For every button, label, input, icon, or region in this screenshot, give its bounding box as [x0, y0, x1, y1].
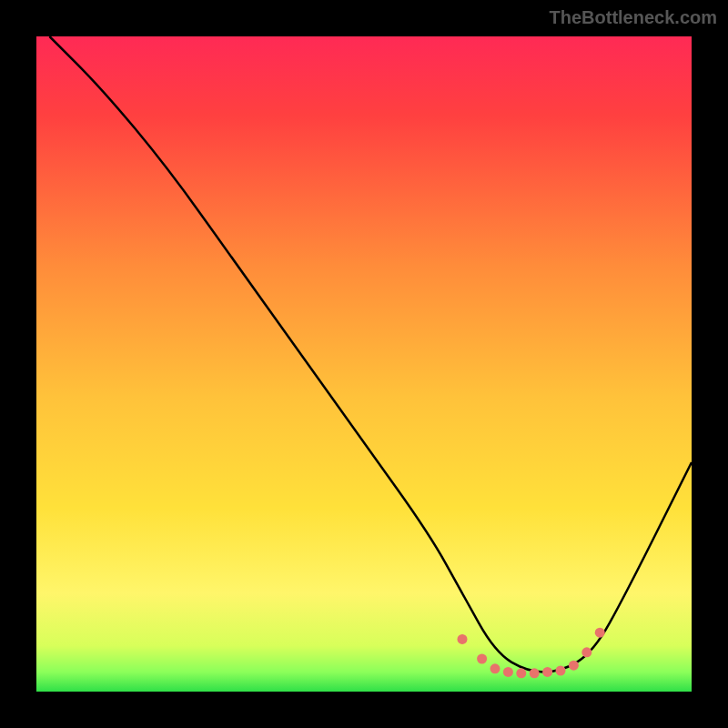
highlight-dot: [542, 667, 552, 677]
highlight-dot: [477, 654, 487, 664]
highlight-dot: [569, 661, 579, 671]
chart-container: TheBottleneck.com: [0, 0, 728, 728]
highlight-dot: [490, 663, 500, 673]
highlight-dot: [581, 647, 592, 657]
highlight-dot: [595, 628, 605, 638]
highlight-dot: [530, 668, 540, 678]
highlight-dot: [503, 667, 513, 677]
chart-svg: [36, 36, 692, 692]
chart-plot-area: [36, 36, 692, 692]
highlight-dot: [516, 668, 526, 678]
watermark-text: TheBottleneck.com: [550, 7, 717, 28]
highlight-dot: [458, 634, 468, 644]
highlight-dot: [556, 666, 566, 676]
gradient-background: [36, 36, 692, 692]
